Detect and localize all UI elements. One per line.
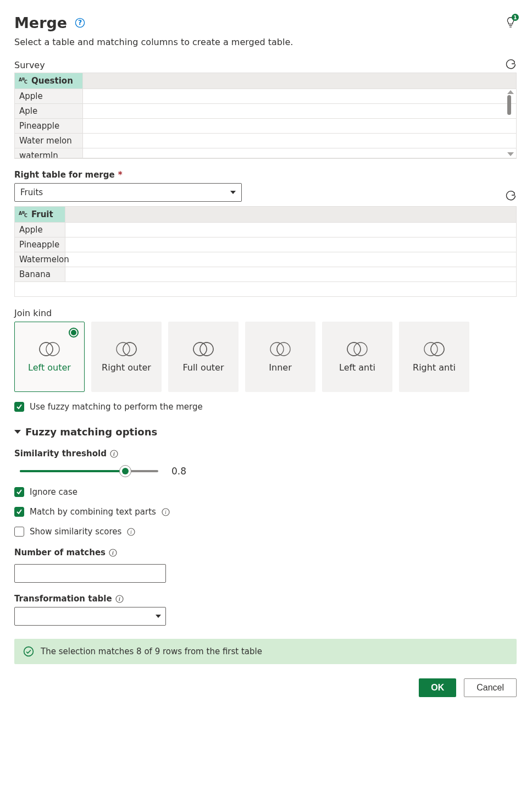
info-icon[interactable]: i <box>109 549 117 557</box>
svg-text:i: i <box>165 509 167 515</box>
refresh-icon[interactable] <box>506 59 517 70</box>
threshold-label: Similarity threshold <box>14 449 107 458</box>
transform-table-select[interactable] <box>14 607 166 626</box>
right-table[interactable]: A B C Fruit Apple Pineapple Watermelon B… <box>14 206 517 297</box>
chevron-down-icon <box>230 191 236 194</box>
ideas-button[interactable]: 1 <box>505 16 517 30</box>
svg-text:C: C <box>24 80 27 85</box>
checkbox-icon <box>14 402 24 412</box>
fuzzy-options-header[interactable]: Fuzzy matching options <box>14 426 517 438</box>
venn-left-anti-icon <box>345 341 370 357</box>
required-mark: * <box>118 170 123 180</box>
join-full-outer[interactable]: Full outer <box>168 322 239 392</box>
info-icon[interactable]: i <box>115 595 124 603</box>
right-table-select[interactable]: Fruits <box>14 183 242 202</box>
radio-selected-icon <box>69 328 79 338</box>
status-bar: The selection matches 8 of 9 rows from t… <box>14 639 517 664</box>
join-left-anti[interactable]: Left anti <box>322 322 392 392</box>
left-table-label: Survey <box>14 60 45 70</box>
select-value: Fruits <box>20 187 43 197</box>
left-table[interactable]: A B C Question Apple Aple Pineapple Wate… <box>14 73 517 159</box>
svg-point-42 <box>24 647 34 656</box>
scrollbar-thumb[interactable] <box>507 95 511 115</box>
help-icon[interactable]: ? <box>75 18 85 28</box>
slider-thumb[interactable] <box>119 465 131 477</box>
threshold-value: 0.8 <box>171 466 186 477</box>
info-icon[interactable]: i <box>127 528 135 536</box>
ok-button[interactable]: OK <box>419 678 456 697</box>
table-cell[interactable]: Pineapple <box>15 237 65 252</box>
info-icon[interactable]: i <box>162 508 170 516</box>
cancel-button[interactable]: Cancel <box>464 678 517 697</box>
table-cell[interactable]: Watermelon <box>15 252 65 267</box>
svg-text:i: i <box>119 596 120 602</box>
text-type-icon: A B C <box>18 209 29 219</box>
use-fuzzy-checkbox[interactable]: Use fuzzy matching to perform the merge <box>14 402 517 412</box>
join-kind-label: Join kind <box>14 308 52 318</box>
join-right-outer[interactable]: Right outer <box>91 322 162 392</box>
info-icon[interactable]: i <box>110 450 118 458</box>
checkbox-icon <box>14 487 24 497</box>
column-header: Fruit <box>31 209 53 219</box>
scroll-up-icon[interactable] <box>507 90 514 94</box>
svg-text:i: i <box>113 451 115 457</box>
num-matches-input[interactable] <box>14 564 166 583</box>
right-table-label: Right table for merge <box>14 170 115 180</box>
table-cell[interactable]: Aple <box>15 104 83 118</box>
checkbox-icon <box>14 527 24 537</box>
table-cell[interactable]: Apple <box>15 89 83 103</box>
transform-table-label: Transformation table <box>14 594 112 604</box>
svg-text:i: i <box>130 529 132 535</box>
svg-text:i: i <box>112 550 114 556</box>
page-title: Merge <box>14 14 67 31</box>
venn-inner-icon <box>268 341 293 357</box>
checkbox-icon <box>14 507 24 517</box>
venn-right-anti-icon <box>422 341 447 357</box>
status-text: The selection matches 8 of 9 rows from t… <box>41 647 262 656</box>
table-cell[interactable]: watermln <box>15 148 83 158</box>
venn-full-outer-icon <box>191 341 216 357</box>
scroll-down-icon[interactable] <box>507 152 514 156</box>
join-left-outer[interactable]: Left outer <box>14 322 85 392</box>
venn-right-outer-icon <box>114 341 139 357</box>
chevron-down-icon <box>156 615 161 618</box>
join-right-anti[interactable]: Right anti <box>399 322 469 392</box>
join-inner[interactable]: Inner <box>245 322 315 392</box>
num-matches-label: Number of matches <box>14 548 106 557</box>
table-cell[interactable]: Water melon <box>15 134 83 148</box>
combine-text-checkbox[interactable]: Match by combining text parts i <box>14 507 517 517</box>
refresh-icon[interactable] <box>506 191 517 202</box>
column-header: Question <box>31 76 73 86</box>
svg-text:?: ? <box>78 19 82 26</box>
join-kind-group: Left outer Right outer Full outer Inner … <box>14 322 517 392</box>
notification-badge: 1 <box>512 14 519 21</box>
show-scores-checkbox[interactable]: Show similarity scores i <box>14 527 517 537</box>
ignore-case-checkbox[interactable]: Ignore case <box>14 487 517 497</box>
chevron-down-icon <box>14 430 21 434</box>
table-cell[interactable]: Banana <box>15 267 65 281</box>
svg-text:C: C <box>24 213 27 218</box>
venn-left-outer-icon <box>37 341 62 357</box>
table-cell[interactable]: Apple <box>15 223 65 237</box>
success-icon <box>23 646 34 657</box>
page-subtitle: Select a table and matching columns to c… <box>14 37 517 47</box>
table-cell[interactable]: Pineapple <box>15 119 83 133</box>
text-type-icon: A B C <box>18 76 29 86</box>
threshold-slider[interactable] <box>20 465 158 477</box>
